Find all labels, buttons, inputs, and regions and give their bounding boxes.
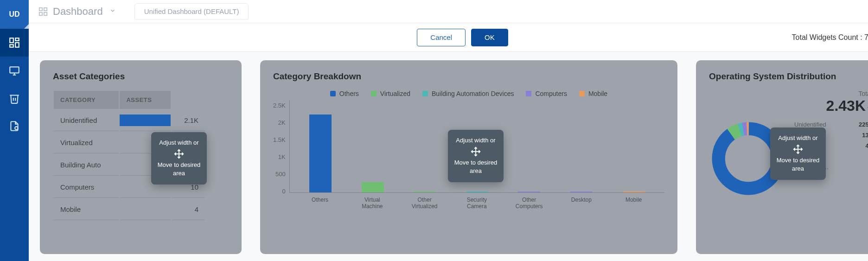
page-title[interactable]: Dashboard: [53, 6, 103, 18]
legend-swatch: [422, 91, 428, 96]
dashboard-header-icon: [38, 6, 48, 17]
hint-text-2: Move to desired area: [453, 159, 499, 175]
report-icon: [8, 120, 20, 132]
widget-os-distribution[interactable]: Operating System Distribution Total 2.43…: [696, 60, 868, 254]
move-icon: [174, 149, 184, 159]
y-tick: 1K: [273, 153, 286, 160]
svg-rect-4: [10, 67, 19, 73]
bar: [623, 191, 645, 192]
hint-text-2: Move to desired area: [156, 161, 202, 178]
move-icon: [793, 144, 803, 154]
move-hint-tooltip: Adjust width or Move to desired area: [448, 130, 504, 182]
os-total: Total 2.43K vi: [709, 90, 868, 115]
cell-value: 4: [172, 199, 205, 220]
bar: [570, 191, 593, 192]
hint-text-1: Adjust width or: [775, 134, 821, 142]
os-value: 133: [862, 132, 868, 139]
legend-label: Computers: [535, 90, 567, 97]
sidebar-item-monitor[interactable]: [0, 57, 29, 84]
ok-button[interactable]: OK: [471, 29, 508, 46]
y-tick: 1.5K: [273, 136, 286, 143]
move-hint-tooltip: Adjust width or Move to desired area: [770, 127, 826, 180]
hint-text-1: Adjust width or: [453, 136, 499, 145]
sidebar: UD: [0, 0, 29, 261]
svg-point-20: [719, 129, 779, 189]
chevron-down-icon[interactable]: [109, 7, 116, 16]
cell-category: Unidentified: [54, 110, 119, 131]
legend-swatch: [371, 91, 377, 96]
main: Dashboard Unified Dashboard (DEFAULT) Ca…: [29, 0, 868, 261]
cell-category: Virtualized: [54, 132, 119, 153]
y-tick: 2K: [273, 119, 286, 126]
col-assets: ASSETS: [120, 91, 171, 109]
move-icon: [471, 146, 481, 157]
x-label: Desktop: [565, 197, 598, 210]
chart-legend: OthersVirtualizedBuilding Automation Dev…: [273, 90, 664, 97]
legend-label: Building Automation Devices: [432, 90, 514, 97]
table-row: Mobile4: [54, 199, 205, 220]
y-axis: 2.5K2K1.5K1K5000: [273, 102, 289, 195]
svg-rect-2: [15, 43, 19, 47]
action-bar: Cancel OK Total Widgets Count : 77 / 80: [29, 23, 868, 52]
legend-item: Building Automation Devices: [422, 90, 514, 97]
svg-point-18: [719, 129, 779, 189]
os-value: 2255: [859, 121, 868, 128]
legend-swatch: [330, 91, 336, 96]
y-tick: 2.5K: [273, 102, 286, 109]
widget-asset-categories[interactable]: Asset Categories CATEGORY ASSETS Unident…: [40, 60, 242, 254]
svg-rect-11: [44, 12, 47, 15]
cell-category: Mobile: [54, 199, 119, 220]
legend-item: Virtualized: [371, 90, 410, 97]
widget-count: Total Widgets Count : 77 / 80: [792, 33, 868, 42]
svg-rect-9: [44, 7, 47, 10]
cancel-button[interactable]: Cancel: [417, 29, 466, 46]
svg-point-17: [719, 129, 779, 189]
svg-point-7: [15, 127, 18, 130]
bar: [309, 115, 332, 192]
org-badge[interactable]: UD: [0, 0, 29, 29]
sidebar-item-trash[interactable]: [0, 84, 29, 112]
widget-count-current: 77: [864, 33, 868, 41]
sidebar-item-reports[interactable]: [0, 112, 29, 140]
legend-item: Computers: [526, 90, 567, 97]
x-axis-labels: OthersVirtual MachineOther VirtualizedSe…: [289, 197, 664, 210]
bar: [518, 191, 540, 192]
legend-swatch: [526, 91, 531, 96]
cell-value: 2.1K: [172, 110, 205, 131]
widget-count-label: Total Widgets Count :: [792, 33, 865, 41]
os-value: 41: [866, 142, 868, 149]
dashboard-tab[interactable]: Unified Dashboard (DEFAULT): [134, 3, 249, 19]
widget-category-breakdown[interactable]: Category Breakdown OthersVirtualizedBuil…: [260, 60, 677, 254]
header: Dashboard Unified Dashboard (DEFAULT): [29, 0, 868, 23]
svg-point-16: [719, 129, 779, 189]
cell-category: Building Auto: [54, 154, 119, 176]
monitor-icon: [8, 64, 20, 76]
x-label: Other Virtualized: [408, 197, 441, 210]
widgets-area: Asset Categories CATEGORY ASSETS Unident…: [29, 52, 868, 261]
bar: [362, 182, 384, 192]
svg-rect-10: [39, 12, 42, 15]
legend-label: Virtualized: [380, 90, 410, 97]
y-tick: 0: [273, 188, 286, 195]
svg-rect-3: [10, 45, 13, 47]
x-label: Security Camera: [460, 197, 493, 210]
widget-title: Category Breakdown: [273, 71, 664, 82]
move-hint-tooltip: Adjust width or Move to desired area: [151, 132, 207, 185]
svg-rect-8: [39, 7, 42, 10]
x-label: Virtual Machine: [356, 197, 389, 210]
widget-title: Operating System Distribution: [709, 71, 868, 82]
cell-bar: [120, 199, 171, 220]
hint-text-1: Adjust width or: [156, 139, 202, 147]
trash-icon: [8, 92, 20, 104]
svg-rect-1: [15, 38, 19, 40]
hint-text-2: Move to desired area: [775, 156, 821, 173]
cell-bar: [120, 110, 171, 131]
legend-label: Mobile: [588, 90, 607, 97]
widget-title: Asset Categories: [53, 71, 229, 82]
legend-swatch: [579, 91, 585, 96]
y-tick: 500: [273, 171, 286, 178]
sidebar-item-dashboard[interactable]: [0, 29, 29, 57]
os-name: Unidentified: [794, 121, 826, 128]
bar: [466, 191, 488, 192]
svg-rect-0: [10, 38, 13, 43]
